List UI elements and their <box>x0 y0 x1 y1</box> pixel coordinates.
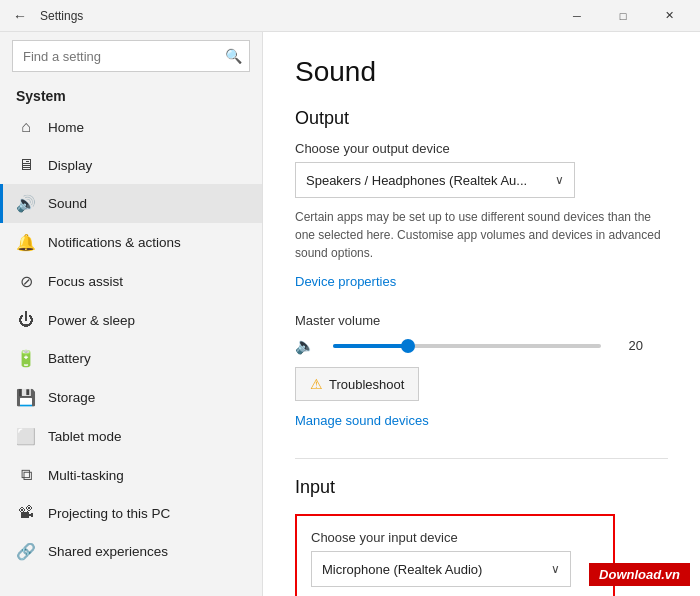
sidebar-section-title: System <box>0 80 262 108</box>
sidebar-item-power[interactable]: ⏻ Power & sleep <box>0 301 262 339</box>
sidebar-label-multitasking: Multi-tasking <box>48 468 124 483</box>
output-section-title: Output <box>295 108 668 129</box>
sidebar-icon-notifications: 🔔 <box>16 233 36 252</box>
volume-section: Master volume 🔈 20 <box>295 313 668 355</box>
output-device-dropdown[interactable]: Speakers / Headphones (Realtek Au... ∨ <box>295 162 575 198</box>
troubleshoot-label: Troubleshoot <box>329 377 404 392</box>
output-dropdown-arrow: ∨ <box>555 173 564 187</box>
sidebar-label-display: Display <box>48 158 92 173</box>
sidebar-search-container: 🔍 <box>12 40 250 72</box>
sidebar-label-storage: Storage <box>48 390 95 405</box>
sidebar-item-home[interactable]: ⌂ Home <box>0 108 262 146</box>
sidebar-label-power: Power & sleep <box>48 313 135 328</box>
sidebar-label-battery: Battery <box>48 351 91 366</box>
output-device-value: Speakers / Headphones (Realtek Au... <box>306 173 527 188</box>
input-dropdown-arrow: ∨ <box>551 562 560 576</box>
sidebar-icon-display: 🖥 <box>16 156 36 174</box>
input-highlight-box: Choose your input device Microphone (Rea… <box>295 514 615 596</box>
sidebar-icon-sound: 🔊 <box>16 194 36 213</box>
sidebar-label-projecting: Projecting to this PC <box>48 506 170 521</box>
input-device-dropdown[interactable]: Microphone (Realtek Audio) ∨ <box>311 551 571 587</box>
slider-track <box>333 344 601 348</box>
sidebar-label-home: Home <box>48 120 84 135</box>
volume-label: Master volume <box>295 313 668 328</box>
troubleshoot-button[interactable]: ⚠ Troubleshoot <box>295 367 419 401</box>
sidebar-item-shared[interactable]: 🔗 Shared experiences <box>0 532 262 571</box>
sidebar-icon-home: ⌂ <box>16 118 36 136</box>
sidebar: 🔍 System ⌂ Home 🖥 Display 🔊 Sound 🔔 Noti… <box>0 32 263 596</box>
volume-icon: 🔈 <box>295 336 315 355</box>
sidebar-item-battery[interactable]: 🔋 Battery <box>0 339 262 378</box>
volume-slider[interactable] <box>327 344 607 348</box>
back-button[interactable]: ← <box>8 4 32 28</box>
sidebar-icon-storage: 💾 <box>16 388 36 407</box>
output-device-properties-link[interactable]: Device properties <box>295 274 396 289</box>
page-title: Sound <box>295 56 668 88</box>
titlebar-title: Settings <box>40 9 83 23</box>
sidebar-item-focus[interactable]: ⊘ Focus assist <box>0 262 262 301</box>
watermark: Download.vn <box>589 563 690 586</box>
titlebar-controls: ─ □ ✕ <box>554 0 692 32</box>
sidebar-items-container: ⌂ Home 🖥 Display 🔊 Sound 🔔 Notifications… <box>0 108 262 571</box>
volume-value: 20 <box>619 338 643 353</box>
maximize-button[interactable]: □ <box>600 0 646 32</box>
minimize-button[interactable]: ─ <box>554 0 600 32</box>
sidebar-item-display[interactable]: 🖥 Display <box>0 146 262 184</box>
output-description: Certain apps may be set up to use differ… <box>295 208 668 262</box>
sidebar-label-tablet: Tablet mode <box>48 429 122 444</box>
input-device-value: Microphone (Realtek Audio) <box>322 562 482 577</box>
search-input[interactable] <box>12 40 250 72</box>
warning-icon: ⚠ <box>310 376 323 392</box>
sidebar-item-projecting[interactable]: 📽 Projecting to this PC <box>0 494 262 532</box>
sidebar-icon-tablet: ⬜ <box>16 427 36 446</box>
search-icon: 🔍 <box>225 48 242 64</box>
manage-sound-devices-link[interactable]: Manage sound devices <box>295 413 429 428</box>
sidebar-label-shared: Shared experiences <box>48 544 168 559</box>
sidebar-label-focus: Focus assist <box>48 274 123 289</box>
slider-thumb <box>401 339 415 353</box>
sidebar-icon-focus: ⊘ <box>16 272 36 291</box>
sidebar-icon-shared: 🔗 <box>16 542 36 561</box>
app-body: 🔍 System ⌂ Home 🖥 Display 🔊 Sound 🔔 Noti… <box>0 32 700 596</box>
sidebar-label-sound: Sound <box>48 196 87 211</box>
sidebar-icon-battery: 🔋 <box>16 349 36 368</box>
sidebar-item-multitasking[interactable]: ⧉ Multi-tasking <box>0 456 262 494</box>
sidebar-icon-projecting: 📽 <box>16 504 36 522</box>
sidebar-item-sound[interactable]: 🔊 Sound <box>0 184 262 223</box>
section-divider <box>295 458 668 459</box>
sidebar-item-tablet[interactable]: ⬜ Tablet mode <box>0 417 262 456</box>
sidebar-icon-power: ⏻ <box>16 311 36 329</box>
titlebar-left: ← Settings <box>8 4 83 28</box>
close-button[interactable]: ✕ <box>646 0 692 32</box>
input-device-label: Choose your input device <box>311 530 599 545</box>
sidebar-item-notifications[interactable]: 🔔 Notifications & actions <box>0 223 262 262</box>
sidebar-icon-multitasking: ⧉ <box>16 466 36 484</box>
sidebar-item-storage[interactable]: 💾 Storage <box>0 378 262 417</box>
volume-row: 🔈 20 <box>295 336 668 355</box>
sidebar-label-notifications: Notifications & actions <box>48 235 181 250</box>
input-section-title: Input <box>295 477 668 498</box>
output-device-label: Choose your output device <box>295 141 668 156</box>
titlebar: ← Settings ─ □ ✕ <box>0 0 700 32</box>
slider-fill <box>333 344 408 348</box>
main-content: Sound Output Choose your output device S… <box>263 32 700 596</box>
